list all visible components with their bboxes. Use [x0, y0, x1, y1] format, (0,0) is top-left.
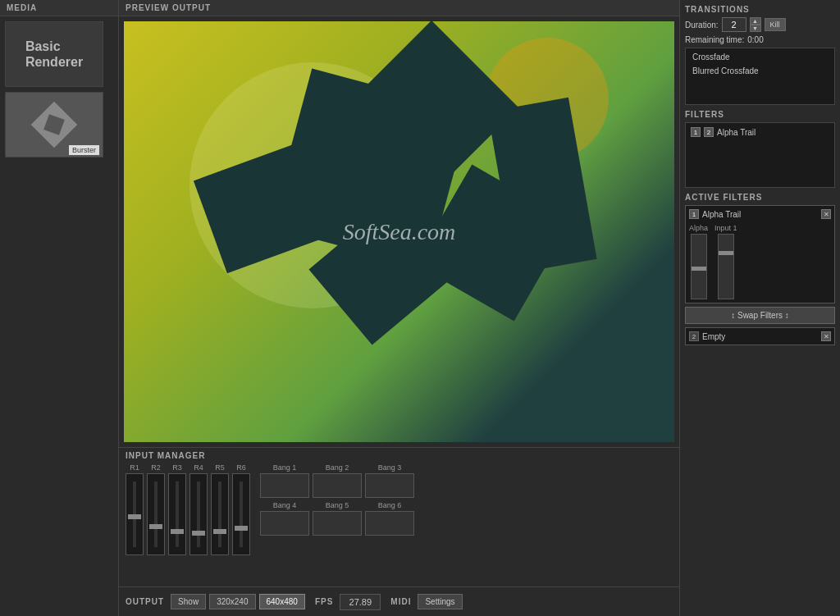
slider-r1-thumb — [128, 514, 141, 519]
media-item-basic-renderer[interactable]: Basic Renderer — [5, 21, 103, 87]
input-manager: INPUT MANAGER R1 R2 — [119, 447, 679, 586]
preview-canvas: SoftSea.com — [124, 21, 674, 442]
burster-shape — [30, 100, 79, 149]
bang6-label: Bang 6 — [378, 501, 402, 509]
slider-r2-track[interactable] — [147, 473, 165, 555]
slider-r4-track[interactable] — [189, 473, 208, 555]
slider-r6-label: R6 — [236, 463, 246, 472]
bang-item-4: Bang 4 — [260, 501, 309, 536]
input1-slider-track[interactable] — [718, 234, 734, 299]
fps-value: 27.89 — [340, 594, 381, 610]
media-title: MEDIA — [0, 0, 118, 16]
center-panel: PREVIEW OUTPUT SoftSea.com INPUT MANAGER… — [119, 0, 680, 616]
bang2-button[interactable] — [313, 473, 362, 498]
left-panel: MEDIA Basic Renderer Burster — [0, 0, 119, 616]
slider-r4-thumb — [192, 531, 205, 536]
bang-item-2: Bang 2 — [313, 463, 362, 498]
transition-crossfade[interactable]: Crossfade — [687, 50, 833, 64]
filter-badge-1: 1 — [691, 127, 701, 137]
active-filters-title: ACTIVE FILTERS — [685, 193, 835, 202]
bang4-button[interactable] — [260, 511, 309, 536]
preview-section: SoftSea.com — [119, 16, 679, 447]
bang3-button[interactable] — [365, 473, 414, 498]
bang-item-5: Bang 5 — [313, 501, 362, 536]
show-button[interactable]: Show — [171, 594, 206, 609]
filter-alpha-trail-label: Alpha Trail — [717, 128, 756, 137]
transition-blurred-crossfade[interactable]: Blurred Crossfade — [687, 64, 833, 78]
duration-input[interactable] — [722, 17, 746, 32]
midi-section: MIDI Settings — [390, 594, 462, 609]
remaining-row: Remaining time: 0:00 — [685, 35, 835, 44]
slider-r3-thumb — [171, 529, 184, 534]
bang-row-2: Bang 4 Bang 5 Bang 6 — [260, 501, 414, 536]
right-panel: TRANSITIONS Duration: ▲ ▼ Kill Remaining… — [680, 0, 840, 616]
midi-label: MIDI — [390, 597, 411, 606]
media-item-burster[interactable]: Burster — [5, 92, 103, 157]
remaining-value: 0:00 — [747, 35, 763, 44]
slider-r1-label: R1 — [130, 463, 139, 472]
alpha-slider-col: Alpha — [689, 224, 708, 299]
active-filter-2-name: Empty — [702, 332, 818, 341]
res2-button[interactable]: 640x480 — [259, 594, 305, 609]
bang4-label: Bang 4 — [273, 501, 297, 509]
active-filter-1-close[interactable]: ✕ — [821, 209, 831, 219]
active-filter-1-header: 1 Alpha Trail ✕ — [689, 209, 831, 219]
filter-alpha-trail[interactable]: 1 2 Alpha Trail — [687, 125, 833, 139]
spin-down[interactable]: ▼ — [750, 25, 761, 32]
output-section: OUTPUT Show 320x240 640x480 — [126, 594, 305, 609]
bang5-button[interactable] — [313, 511, 362, 536]
filters-title: FILTERS — [685, 110, 835, 119]
watermark: SoftSea.com — [343, 219, 456, 245]
alpha-slider-track[interactable] — [691, 234, 707, 299]
active-filters-section: ACTIVE FILTERS 1 Alpha Trail ✕ Alpha Inp… — [685, 193, 835, 611]
bang6-button[interactable] — [365, 511, 414, 536]
media-list: Basic Renderer Burster — [0, 16, 118, 162]
fps-section: FPS 27.89 — [315, 594, 381, 610]
slider-r5-label: R5 — [215, 463, 225, 472]
slider-r1: R1 — [126, 463, 144, 555]
slider-r5-track[interactable] — [211, 473, 229, 555]
basic-renderer-label: Basic Renderer — [25, 39, 83, 70]
bang1-button[interactable] — [260, 473, 309, 498]
duration-spinner: ▲ ▼ — [750, 17, 761, 32]
slider-r1-track[interactable] — [126, 473, 144, 555]
active-filter-2: 2 Empty ✕ — [685, 327, 835, 345]
bang-row-1: Bang 1 Bang 2 Bang 3 — [260, 463, 414, 498]
slider-r4-label: R4 — [194, 463, 203, 472]
input-controls: R1 R2 R3 — [126, 463, 673, 570]
transitions-title: TRANSITIONS — [685, 5, 835, 14]
active-filter-1-name: Alpha Trail — [702, 210, 818, 219]
spin-up[interactable]: ▲ — [750, 17, 761, 25]
active-filter-1: 1 Alpha Trail ✕ Alpha Input 1 — [685, 205, 835, 303]
burster-label: Burster — [69, 145, 99, 155]
transitions-section: TRANSITIONS Duration: ▲ ▼ Kill Remaining… — [685, 5, 835, 105]
filter-badge-2: 2 — [704, 127, 714, 137]
input1-slider-col: Input 1 — [714, 224, 737, 299]
midi-settings-button[interactable]: Settings — [418, 594, 462, 609]
filters-section: FILTERS 1 2 Alpha Trail — [685, 110, 835, 188]
kill-button[interactable]: Kill — [765, 18, 786, 31]
bang1-label: Bang 1 — [273, 463, 297, 472]
duration-row: Duration: ▲ ▼ Kill — [685, 17, 835, 32]
slider-r3-label: R3 — [172, 463, 182, 472]
bang-item-6: Bang 6 — [365, 501, 414, 536]
preview-title: PREVIEW OUTPUT — [119, 0, 679, 16]
slider-r6: R6 — [232, 463, 250, 555]
bang2-label: Bang 2 — [326, 463, 349, 472]
slider-r6-track[interactable] — [232, 473, 250, 555]
slider-r2-thumb — [149, 524, 162, 529]
slider-r3-track[interactable] — [168, 473, 186, 555]
input-manager-title: INPUT MANAGER — [126, 451, 673, 460]
res1-button[interactable]: 320x240 — [209, 594, 255, 609]
transitions-list: Crossfade Blurred Crossfade — [685, 48, 835, 105]
active-filter-2-close[interactable]: ✕ — [821, 331, 831, 341]
input1-label: Input 1 — [714, 224, 737, 232]
slider-r5: R5 — [211, 463, 229, 555]
bang3-label: Bang 3 — [378, 463, 402, 472]
bang-item-3: Bang 3 — [365, 463, 414, 498]
slider-r2: R2 — [147, 463, 165, 555]
slider-r3: R3 — [168, 463, 186, 555]
swap-filters-button[interactable]: ↕ Swap Filters ↕ — [685, 307, 835, 324]
alpha-slider-thumb — [692, 267, 706, 271]
output-bar: OUTPUT Show 320x240 640x480 FPS 27.89 MI… — [119, 586, 679, 616]
